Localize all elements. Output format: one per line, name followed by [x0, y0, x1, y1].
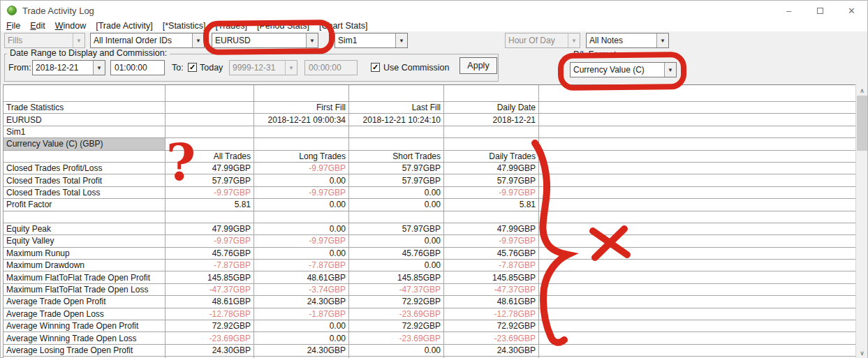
table-cell[interactable]: Equity Valley — [3, 235, 165, 246]
table-cell[interactable]: 24.30GBP — [444, 345, 539, 356]
table-cell[interactable]: 24.30GBP — [165, 345, 254, 356]
table-cell[interactable]: 5.81 — [444, 199, 539, 210]
table-cell[interactable]: 72.92GBP — [444, 320, 539, 331]
table-cell[interactable]: Profit Factor — [3, 199, 165, 210]
table-cell[interactable] — [254, 211, 349, 223]
table-cell[interactable]: 0.00 — [254, 223, 349, 234]
table-cell[interactable] — [165, 211, 254, 223]
table-cell[interactable]: Closed Trades Profit/Loss — [3, 163, 165, 174]
table-cell[interactable]: 0.00 — [349, 199, 444, 210]
table-cell[interactable]: -1.87GBP — [254, 308, 349, 320]
to-time-field[interactable]: 00:00:00 — [304, 60, 358, 75]
table-cell[interactable]: Maximum Runup — [3, 248, 165, 259]
scrollbar-thumb[interactable] — [857, 96, 867, 151]
table-cell[interactable]: -23.69GBP — [349, 332, 444, 343]
table-cell[interactable]: 48.61GBP — [165, 296, 254, 307]
table-row[interactable]: Maximum FlatToFlat Trade Open Loss-47.37… — [3, 284, 857, 296]
table-cell[interactable]: 47.99GBP — [165, 163, 254, 174]
table-cell[interactable]: 145.85GBP — [444, 271, 539, 283]
table-cell[interactable] — [349, 211, 444, 223]
table-cell[interactable]: Short Trades — [349, 151, 444, 162]
from-date-combobox[interactable]: 2018-12-21 ▼ — [32, 60, 105, 75]
table-cell[interactable]: 2018-12-21 10:24:10 — [349, 114, 444, 125]
menu-item-periodstats[interactable]: [Period Stats] — [257, 21, 309, 31]
table-cell[interactable]: -9.97GBP — [165, 187, 254, 198]
table-row[interactable]: Maximum Runup45.76GBP0.0045.76GBP45.76GB… — [3, 248, 857, 260]
table-cell[interactable]: Daily Trades — [444, 151, 539, 162]
table-cell[interactable]: -12.78GBP — [165, 308, 254, 320]
table-cell[interactable]: -7.87GBP — [254, 260, 349, 271]
table-cell[interactable]: Last Fill — [349, 102, 444, 113]
table-cell[interactable]: Trade Statistics — [3, 102, 165, 113]
table-cell[interactable]: -23.69GBP — [444, 332, 539, 343]
table-row[interactable]: Equity Peak47.99GBP0.0057.97GBP47.99GBP — [3, 223, 857, 235]
use-commission-checkbox[interactable]: ✓ — [371, 63, 380, 72]
table-cell[interactable] — [165, 102, 254, 113]
table-cell[interactable]: -47.37GBP — [444, 284, 539, 295]
table-row[interactable]: Closed Trades Total Profit57.97GBP0.0057… — [3, 174, 857, 186]
table-cell[interactable]: 24.30GBP — [254, 296, 349, 307]
table-cell[interactable]: 0.00 — [349, 235, 444, 246]
table-cell[interactable]: -23.69GBP — [349, 308, 444, 320]
table-cell[interactable]: -7.87GBP — [165, 260, 254, 271]
table-row[interactable]: Average Losing Trade Open Profit24.30GBP… — [3, 345, 857, 357]
table-cell[interactable] — [254, 138, 349, 149]
table-row[interactable]: EURUSD2018-12-21 09:00:342018-12-21 10:2… — [3, 114, 857, 126]
table-cell[interactable]: 48.61GBP — [254, 271, 349, 283]
table-cell[interactable]: 45.76GBP — [444, 248, 539, 259]
table-cell[interactable]: EURUSD — [3, 114, 165, 125]
table-cell[interactable] — [444, 126, 539, 137]
table-cell[interactable]: Average Losing Trade Open Profit — [3, 345, 165, 356]
table-cell[interactable]: 45.76GBP — [349, 248, 444, 259]
table-cell[interactable]: 0.00 — [254, 320, 349, 331]
table-cell[interactable]: 0.00 — [254, 332, 349, 343]
scroll-up-icon[interactable]: ∧ — [856, 84, 868, 96]
table-cell[interactable]: 145.85GBP — [349, 271, 444, 283]
minimize-button[interactable]: – — [773, 1, 804, 20]
table-cell[interactable] — [3, 151, 165, 162]
table-cell[interactable]: All Trades — [165, 151, 254, 162]
table-cell[interactable]: Currency Value (C) (GBP) — [3, 138, 165, 149]
table-cell[interactable]: -9.97GBP — [254, 235, 349, 246]
table-cell[interactable]: 0.00 — [349, 345, 444, 356]
table-cell[interactable]: 47.99GBP — [444, 223, 539, 234]
table-cell[interactable]: -7.87GBP — [444, 260, 539, 271]
table-cell[interactable] — [444, 211, 539, 223]
table-cell[interactable]: Maximum FlatToFlat Trade Open Loss — [3, 284, 165, 295]
table-cell[interactable]: Average Winning Trade Open Profit — [3, 320, 165, 331]
table-cell[interactable] — [349, 138, 444, 149]
table-cell[interactable]: 57.97GBP — [165, 174, 254, 186]
menu-item-window[interactable]: Window — [55, 21, 86, 31]
table-row[interactable]: Currency Value (C) (GBP) — [3, 138, 857, 150]
table-row[interactable] — [3, 211, 857, 223]
table-cell[interactable] — [165, 85, 254, 101]
table-cell[interactable]: -12.78GBP — [444, 308, 539, 320]
menu-item-chartstats[interactable]: [Chart Stats] — [319, 21, 367, 31]
table-cell[interactable]: Long Trades — [254, 151, 349, 162]
table-cell[interactable]: -47.37GBP — [349, 284, 444, 295]
table-cell[interactable]: -9.97GBP — [254, 187, 349, 198]
scroll-down-icon[interactable]: ∨ — [856, 347, 868, 358]
pl-format-combobox[interactable]: Currency Value (C) ▼ — [570, 62, 677, 77]
table-cell[interactable]: Equity Peak — [3, 223, 165, 234]
table-cell[interactable]: 0.00 — [349, 260, 444, 271]
table-cell[interactable]: -23.69GBP — [165, 332, 254, 343]
table-row[interactable]: Closed Trades Total Loss-9.97GBP-9.97GBP… — [3, 187, 857, 199]
period-combobox[interactable]: Hour Of Day ▼ — [505, 33, 580, 48]
table-cell[interactable]: 57.97GBP — [349, 163, 444, 174]
table-cell[interactable]: -9.97GBP — [165, 235, 254, 246]
table-cell[interactable]: 57.97GBP — [349, 223, 444, 234]
table-cell[interactable]: 0.00 — [254, 174, 349, 186]
table-row[interactable]: Sim1 — [3, 126, 857, 138]
table-cell[interactable] — [3, 211, 165, 223]
symbol-combobox[interactable]: EURUSD ▼ — [212, 33, 318, 48]
table-cell[interactable]: -9.97GBP — [254, 163, 349, 174]
table-cell[interactable] — [349, 126, 444, 137]
table-cell[interactable] — [165, 114, 254, 125]
table-row[interactable]: Equity Valley-9.97GBP-9.97GBP0.00-9.97GB… — [3, 235, 857, 247]
menu-item-statistics[interactable]: [*Statistics] — [163, 21, 206, 31]
table-cell[interactable]: First Fill — [254, 102, 349, 113]
table-cell[interactable]: -9.97GBP — [444, 187, 539, 198]
table-cell[interactable]: 72.92GBP — [349, 296, 444, 307]
table-cell[interactable]: -47.37GBP — [165, 284, 254, 295]
